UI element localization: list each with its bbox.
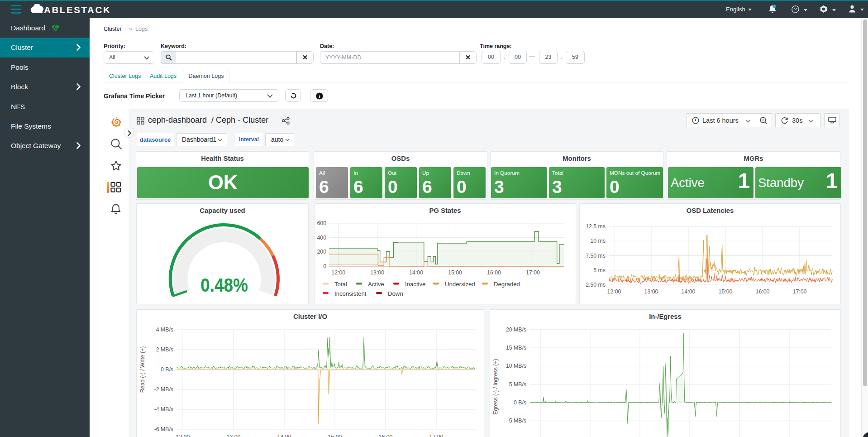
svg-text:Inconsistent: Inconsistent [334, 290, 367, 297]
svg-text:Inactive: Inactive [405, 281, 425, 288]
svg-text:0: 0 [323, 263, 326, 269]
svg-text:0 B/s: 0 B/s [514, 399, 526, 406]
svg-text:4 MB/s: 4 MB/s [156, 327, 173, 333]
svg-text:13:00: 13:00 [644, 288, 658, 295]
svg-text:600: 600 [317, 220, 326, 226]
svg-text:2 MB/s: 2 MB/s [156, 346, 173, 353]
svg-text:?: ? [794, 7, 796, 12]
svg-text:15 MB/s: 15 MB/s [506, 345, 526, 351]
svg-text:16:00: 16:00 [487, 269, 501, 276]
svg-text:0.48%: 0.48% [200, 274, 248, 296]
svg-text:Read (-) / Write (+): Read (-) / Write (+) [139, 346, 146, 393]
svg-text:5 MB/s: 5 MB/s [509, 381, 526, 388]
svg-text:12:00: 12:00 [607, 288, 621, 295]
svg-text:12.5 ms: 12.5 ms [586, 223, 606, 230]
svg-text:-4 MB/s: -4 MB/s [154, 406, 173, 413]
svg-text:0 B/s: 0 B/s [161, 366, 173, 373]
svg-text:15:00: 15:00 [328, 434, 342, 437]
svg-text:17:00: 17:00 [793, 288, 807, 295]
svg-text:16:00: 16:00 [379, 434, 393, 437]
svg-text:i: i [319, 93, 320, 99]
svg-text:15:00: 15:00 [719, 288, 733, 295]
svg-text:7.50 ms: 7.50 ms [586, 253, 606, 259]
svg-text:15:00: 15:00 [448, 269, 462, 276]
svg-text:Degraded: Degraded [494, 281, 520, 288]
svg-text:16:00: 16:00 [756, 288, 770, 295]
svg-text:14:00: 14:00 [682, 288, 696, 295]
svg-text:12:00: 12:00 [176, 434, 190, 437]
svg-text:-5 MB/s: -5 MB/s [507, 418, 526, 424]
svg-text:12:00: 12:00 [331, 269, 345, 276]
svg-text:14:00: 14:00 [277, 434, 291, 437]
svg-text:ABLESTACK: ABLESTACK [44, 5, 111, 15]
svg-text:13:00: 13:00 [370, 269, 384, 276]
svg-text:-2 MB/s: -2 MB/s [154, 386, 173, 393]
svg-text:Active: Active [368, 281, 384, 288]
svg-text:Undersized: Undersized [445, 281, 475, 288]
svg-text:Total: Total [334, 281, 347, 288]
svg-text:2.50 ms: 2.50 ms [586, 282, 606, 288]
svg-text:5 ms: 5 ms [593, 267, 606, 274]
svg-text:17:00: 17:00 [429, 434, 444, 437]
svg-text:20 MB/s: 20 MB/s [506, 327, 526, 333]
svg-text:Down: Down [388, 290, 403, 297]
svg-text:17:00: 17:00 [526, 269, 540, 276]
svg-text:10 MB/s: 10 MB/s [506, 363, 526, 369]
svg-text:Egress (-) / Ingress (+): Egress (-) / Ingress (+) [492, 359, 499, 414]
svg-text:14:00: 14:00 [409, 269, 423, 276]
svg-text:400: 400 [317, 235, 326, 241]
svg-text:-6 MB/s: -6 MB/s [154, 426, 173, 432]
svg-text:200: 200 [317, 249, 326, 255]
svg-text:13:00: 13:00 [227, 434, 241, 437]
svg-text:10 ms: 10 ms [591, 238, 606, 244]
